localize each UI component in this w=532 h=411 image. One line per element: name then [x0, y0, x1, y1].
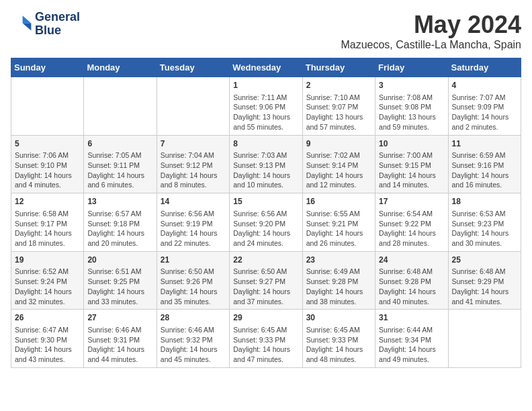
calendar-cell: 14Sunrise: 6:56 AM Sunset: 9:19 PM Dayli… [157, 193, 229, 252]
calendar-cell [11, 77, 84, 136]
day-number: 9 [306, 138, 371, 150]
day-number: 18 [452, 196, 517, 208]
calendar-cell: 31Sunrise: 6:44 AM Sunset: 9:34 PM Dayli… [375, 310, 448, 368]
calendar-cell: 27Sunrise: 6:46 AM Sunset: 9:31 PM Dayli… [84, 310, 157, 368]
day-content: Sunrise: 6:51 AM Sunset: 9:25 PM Dayligh… [87, 267, 152, 306]
calendar-cell [157, 77, 229, 136]
calendar-cell: 26Sunrise: 6:47 AM Sunset: 9:30 PM Dayli… [11, 310, 84, 368]
day-content: Sunrise: 6:55 AM Sunset: 9:21 PM Dayligh… [306, 209, 371, 248]
calendar-week-row: 1Sunrise: 7:11 AM Sunset: 9:06 PM Daylig… [11, 77, 521, 136]
day-number: 22 [233, 255, 298, 266]
day-number: 5 [15, 138, 80, 150]
day-number: 26 [15, 312, 80, 324]
calendar-week-row: 26Sunrise: 6:47 AM Sunset: 9:30 PM Dayli… [11, 310, 521, 368]
calendar-cell: 28Sunrise: 6:46 AM Sunset: 9:32 PM Dayli… [157, 310, 229, 368]
day-content: Sunrise: 6:44 AM Sunset: 9:34 PM Dayligh… [379, 325, 444, 365]
day-content: Sunrise: 6:59 AM Sunset: 9:16 PM Dayligh… [452, 150, 517, 190]
calendar-cell: 1Sunrise: 7:11 AM Sunset: 9:06 PM Daylig… [230, 77, 302, 136]
calendar-cell: 13Sunrise: 6:57 AM Sunset: 9:18 PM Dayli… [84, 193, 157, 252]
calendar-day-header: Sunday [11, 58, 84, 77]
calendar-cell: 8Sunrise: 7:03 AM Sunset: 9:13 PM Daylig… [230, 135, 302, 193]
day-number: 15 [233, 196, 298, 208]
day-content: Sunrise: 6:46 AM Sunset: 9:32 PM Dayligh… [161, 325, 226, 365]
calendar-day-header: Wednesday [230, 58, 302, 77]
day-number: 21 [161, 255, 226, 266]
day-number: 20 [87, 255, 152, 266]
day-content: Sunrise: 6:45 AM Sunset: 9:33 PM Dayligh… [233, 325, 298, 365]
day-content: Sunrise: 7:00 AM Sunset: 9:15 PM Dayligh… [379, 150, 444, 190]
day-content: Sunrise: 7:02 AM Sunset: 9:14 PM Dayligh… [306, 150, 371, 190]
calendar-table: SundayMondayTuesdayWednesdayThursdayFrid… [11, 58, 521, 368]
day-number: 4 [452, 80, 517, 91]
calendar-header-row: SundayMondayTuesdayWednesdayThursdayFrid… [11, 58, 521, 77]
day-number: 24 [379, 255, 444, 266]
calendar-cell: 21Sunrise: 6:50 AM Sunset: 9:26 PM Dayli… [157, 251, 229, 310]
calendar-cell: 7Sunrise: 7:04 AM Sunset: 9:12 PM Daylig… [157, 135, 229, 193]
day-number: 13 [87, 196, 152, 208]
day-number: 6 [87, 138, 152, 150]
calendar-cell: 30Sunrise: 6:45 AM Sunset: 9:33 PM Dayli… [302, 310, 375, 368]
svg-marker-1 [23, 23, 32, 30]
day-number: 12 [15, 196, 80, 208]
day-content: Sunrise: 6:58 AM Sunset: 9:17 PM Dayligh… [15, 209, 80, 248]
calendar-cell: 9Sunrise: 7:02 AM Sunset: 9:14 PM Daylig… [302, 135, 375, 193]
calendar-cell [448, 310, 521, 368]
calendar-cell: 12Sunrise: 6:58 AM Sunset: 9:17 PM Dayli… [11, 193, 84, 252]
logo: General Blue [11, 11, 80, 38]
calendar-week-row: 5Sunrise: 7:06 AM Sunset: 9:10 PM Daylig… [11, 135, 521, 193]
day-number: 1 [233, 80, 298, 91]
day-number: 14 [161, 196, 226, 208]
day-content: Sunrise: 6:54 AM Sunset: 9:22 PM Dayligh… [379, 209, 444, 248]
day-content: Sunrise: 6:53 AM Sunset: 9:23 PM Dayligh… [452, 209, 517, 248]
calendar-cell: 3Sunrise: 7:08 AM Sunset: 9:08 PM Daylig… [375, 77, 448, 136]
calendar-cell: 22Sunrise: 6:50 AM Sunset: 9:27 PM Dayli… [230, 251, 302, 310]
day-number: 19 [15, 255, 80, 266]
calendar-day-header: Friday [375, 58, 448, 77]
calendar-day-header: Thursday [302, 58, 375, 77]
calendar-cell: 24Sunrise: 6:48 AM Sunset: 9:28 PM Dayli… [375, 251, 448, 310]
day-content: Sunrise: 7:05 AM Sunset: 9:11 PM Dayligh… [87, 150, 152, 190]
calendar-cell: 2Sunrise: 7:10 AM Sunset: 9:07 PM Daylig… [302, 77, 375, 136]
day-content: Sunrise: 6:48 AM Sunset: 9:28 PM Dayligh… [379, 267, 444, 306]
day-content: Sunrise: 6:47 AM Sunset: 9:30 PM Dayligh… [15, 325, 80, 365]
calendar-cell [84, 77, 157, 136]
day-number: 11 [452, 138, 517, 150]
day-content: Sunrise: 7:08 AM Sunset: 9:08 PM Dayligh… [379, 93, 444, 132]
day-content: Sunrise: 6:56 AM Sunset: 9:20 PM Dayligh… [233, 209, 298, 248]
day-content: Sunrise: 6:50 AM Sunset: 9:27 PM Dayligh… [233, 267, 298, 306]
calendar-cell: 11Sunrise: 6:59 AM Sunset: 9:16 PM Dayli… [448, 135, 521, 193]
svg-marker-0 [23, 15, 32, 23]
day-content: Sunrise: 7:06 AM Sunset: 9:10 PM Dayligh… [15, 150, 80, 190]
day-number: 3 [379, 80, 444, 91]
day-number: 16 [306, 196, 371, 208]
title-block: May 2024 Mazuecos, Castille-La Mancha, S… [341, 11, 521, 51]
day-content: Sunrise: 6:48 AM Sunset: 9:29 PM Dayligh… [452, 267, 517, 306]
calendar-week-row: 12Sunrise: 6:58 AM Sunset: 9:17 PM Dayli… [11, 193, 521, 252]
page-header: General Blue May 2024 Mazuecos, Castille… [11, 11, 521, 51]
calendar-cell: 25Sunrise: 6:48 AM Sunset: 9:29 PM Dayli… [448, 251, 521, 310]
location-title: Mazuecos, Castille-La Mancha, Spain [341, 39, 521, 51]
day-number: 8 [233, 138, 298, 150]
day-content: Sunrise: 6:57 AM Sunset: 9:18 PM Dayligh… [87, 209, 152, 248]
calendar-cell: 18Sunrise: 6:53 AM Sunset: 9:23 PM Dayli… [448, 193, 521, 252]
calendar-cell: 4Sunrise: 7:07 AM Sunset: 9:09 PM Daylig… [448, 77, 521, 136]
day-content: Sunrise: 6:56 AM Sunset: 9:19 PM Dayligh… [161, 209, 226, 248]
calendar-cell: 17Sunrise: 6:54 AM Sunset: 9:22 PM Dayli… [375, 193, 448, 252]
logo-icon [11, 13, 32, 35]
day-number: 25 [452, 255, 517, 266]
day-number: 23 [306, 255, 371, 266]
day-content: Sunrise: 6:52 AM Sunset: 9:24 PM Dayligh… [15, 267, 80, 306]
calendar-day-header: Tuesday [157, 58, 229, 77]
calendar-cell: 23Sunrise: 6:49 AM Sunset: 9:28 PM Dayli… [302, 251, 375, 310]
calendar-cell: 20Sunrise: 6:51 AM Sunset: 9:25 PM Dayli… [84, 251, 157, 310]
day-content: Sunrise: 7:07 AM Sunset: 9:09 PM Dayligh… [452, 93, 517, 132]
day-content: Sunrise: 6:49 AM Sunset: 9:28 PM Dayligh… [306, 267, 371, 306]
calendar-cell: 15Sunrise: 6:56 AM Sunset: 9:20 PM Dayli… [230, 193, 302, 252]
calendar-day-header: Saturday [448, 58, 521, 77]
day-content: Sunrise: 7:10 AM Sunset: 9:07 PM Dayligh… [306, 93, 371, 132]
logo-text: General Blue [35, 11, 80, 38]
day-number: 27 [87, 312, 152, 324]
month-title: May 2024 [341, 11, 521, 39]
day-content: Sunrise: 6:50 AM Sunset: 9:26 PM Dayligh… [161, 267, 226, 306]
day-content: Sunrise: 6:45 AM Sunset: 9:33 PM Dayligh… [306, 325, 371, 365]
